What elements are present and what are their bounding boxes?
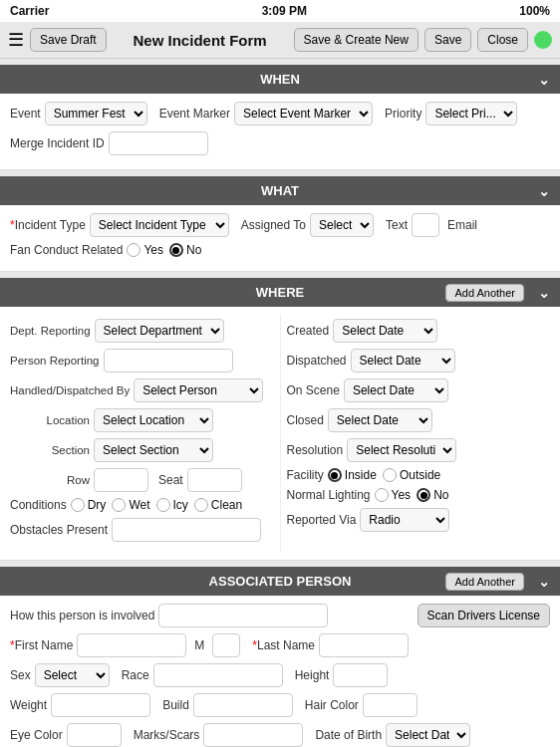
priority-select[interactable]: Select Pri... <box>425 102 517 125</box>
fan-conduct-yes[interactable]: Yes <box>127 243 163 257</box>
priority-label: Priority <box>385 107 421 121</box>
close-button[interactable]: Close <box>477 28 528 52</box>
lighting-yes[interactable]: Yes <box>375 488 412 502</box>
condition-clean[interactable]: Clean <box>194 498 242 512</box>
event-label: Event <box>10 107 41 121</box>
closed-select[interactable]: Select Date <box>328 408 432 432</box>
dept-reporting-label: Dept. Reporting <box>10 325 91 337</box>
closed-label: Closed <box>287 413 324 427</box>
obstacles-label: Obstacles Present <box>10 523 108 537</box>
conditions-radio: Dry Wet Icy Clean <box>71 498 243 512</box>
how-involved-row: How this person is involved Scan Drivers… <box>10 604 550 627</box>
condition-icy[interactable]: Icy <box>156 498 188 512</box>
dob-select[interactable]: Select Date <box>386 723 470 747</box>
facility-outside[interactable]: Outside <box>383 468 440 482</box>
text-input[interactable] <box>412 213 439 237</box>
ap-add-another-button[interactable]: Add Another <box>445 573 524 591</box>
carrier-label: Carrier <box>10 4 49 18</box>
what-fan-conduct-row: Fan Conduct Related Yes No <box>10 243 550 257</box>
created-label: Created <box>287 324 330 338</box>
dept-reporting-row: Dept. Reporting Select Department <box>10 319 274 343</box>
ap-chevron-icon[interactable]: ⌄ <box>538 574 550 590</box>
save-draft-button[interactable]: Save Draft <box>30 28 107 52</box>
lighting-no-filled <box>417 488 430 502</box>
where-section-body: Dept. Reporting Select Department Person… <box>0 307 560 561</box>
assigned-to-select[interactable]: Select <box>310 213 374 237</box>
where-add-another-button[interactable]: Add Another <box>445 284 524 302</box>
marks-scars-input[interactable] <box>203 723 303 747</box>
merge-id-input[interactable] <box>109 131 208 155</box>
created-select[interactable]: Select Date <box>333 319 437 343</box>
merge-id-label: Merge Incident ID <box>10 136 105 150</box>
dob-label: Date of Birth <box>315 728 382 742</box>
incident-type-select[interactable]: Select Incident Type <box>90 213 229 237</box>
associated-person-body: How this person is involved Scan Drivers… <box>0 596 560 747</box>
build-input[interactable] <box>193 693 293 717</box>
sex-select[interactable]: Select <box>35 663 110 687</box>
where-chevron-icon[interactable]: ⌄ <box>538 285 550 301</box>
lighting-radio: Yes No <box>375 488 449 502</box>
sex-race-row: Sex Select Race Height <box>10 663 550 687</box>
resolution-select[interactable]: Select Resolution <box>347 438 456 462</box>
created-row: Created Select Date <box>287 319 551 343</box>
when-section-body: Event Summer Fest Event Marker Select Ev… <box>0 94 560 170</box>
event-marker-select[interactable]: Select Event Marker <box>234 102 373 125</box>
text-label: Text <box>386 218 408 232</box>
obstacles-input[interactable] <box>112 518 261 542</box>
what-title: WHAT <box>261 183 299 198</box>
dept-reporting-select[interactable]: Select Department <box>95 319 224 343</box>
reported-via-select[interactable]: Radio <box>360 508 449 532</box>
scan-license-button[interactable]: Scan Drivers License <box>418 604 550 627</box>
race-label: Race <box>122 668 149 682</box>
fan-conduct-no[interactable]: No <box>169 243 201 257</box>
where-right: Created Select Date Dispatched Select Da… <box>287 315 551 552</box>
save-button[interactable]: Save <box>424 28 471 52</box>
how-involved-input[interactable] <box>158 604 328 627</box>
on-scene-row: On Scene Select Date <box>287 378 551 402</box>
facility-inside[interactable]: Inside <box>328 468 377 482</box>
person-reporting-input[interactable] <box>104 349 233 373</box>
event-select[interactable]: Summer Fest <box>45 102 147 125</box>
resolution-row: Resolution Select Resolution <box>287 438 551 462</box>
weight-input[interactable] <box>51 693 150 717</box>
row-input[interactable] <box>94 468 148 492</box>
menu-button[interactable]: ☰ <box>8 29 24 51</box>
on-scene-select[interactable]: Select Date <box>344 378 448 402</box>
what-incident-row: Incident Type Select Incident Type Assig… <box>10 213 550 237</box>
when-event-row: Event Summer Fest Event Marker Select Ev… <box>10 102 550 125</box>
yes-option-label: Yes <box>143 243 163 257</box>
lighting-no-label: No <box>433 488 448 502</box>
dispatched-select[interactable]: Select Date <box>351 349 455 373</box>
handled-by-select[interactable]: Select Person <box>134 378 263 402</box>
lighting-no[interactable]: No <box>417 488 448 502</box>
weight-build-row: Weight Build Hair Color <box>10 693 550 717</box>
handled-by-row: Handled/Dispatched By Select Person <box>10 378 274 402</box>
location-select[interactable]: Select Location <box>94 408 213 432</box>
form-content: WHEN ⌄ Event Summer Fest Event Marker Se… <box>0 65 560 747</box>
middle-initial-label: M <box>194 638 204 652</box>
eye-color-input[interactable] <box>67 723 122 747</box>
save-create-button[interactable]: Save & Create New <box>294 28 419 52</box>
section-select[interactable]: Select Section <box>94 438 213 462</box>
dispatched-row: Dispatched Select Date <box>287 349 551 373</box>
condition-wet[interactable]: Wet <box>112 498 149 512</box>
eye-color-label: Eye Color <box>10 728 63 742</box>
race-input[interactable] <box>153 663 283 687</box>
last-name-input[interactable] <box>319 633 409 657</box>
middle-initial-input[interactable] <box>212 633 240 657</box>
condition-dry[interactable]: Dry <box>71 498 107 512</box>
lighting-yes-label: Yes <box>392 488 412 502</box>
what-chevron-icon[interactable]: ⌄ <box>538 183 550 199</box>
person-reporting-row: Person Reporting <box>10 349 274 373</box>
what-section-header: WHAT ⌄ <box>0 176 560 205</box>
wet-label: Wet <box>129 498 149 512</box>
height-input[interactable] <box>333 663 388 687</box>
when-chevron-icon[interactable]: ⌄ <box>538 72 550 88</box>
hair-color-input[interactable] <box>363 693 418 717</box>
first-name-input[interactable] <box>77 633 186 657</box>
status-right: 100% <box>519 4 550 18</box>
weight-label: Weight <box>10 698 47 712</box>
seat-input[interactable] <box>187 468 242 492</box>
conditions-row: Conditions Dry Wet Icy <box>10 498 274 512</box>
conditions-label: Conditions <box>10 498 67 512</box>
